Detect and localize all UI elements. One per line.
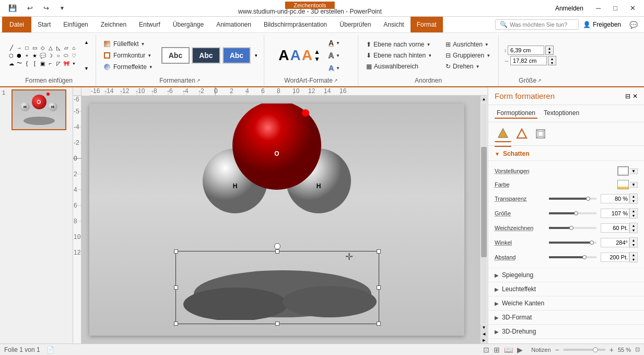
height-spin-down[interactable]: ▼ [546, 50, 553, 54]
winkel-spin-up[interactable]: ▲ [630, 238, 637, 243]
tab-format[interactable]: Format [411, 17, 443, 32]
shape-line[interactable]: ╱ [8, 44, 15, 51]
winkel-spin-down[interactable]: ▼ [630, 243, 637, 247]
groesse-expand-icon[interactable]: ↗ [537, 78, 542, 83]
shape-diamond[interactable]: ◇ [39, 44, 46, 51]
shape-oval[interactable]: ⬭ [63, 52, 70, 59]
shape-rect[interactable]: □ [24, 44, 31, 51]
close-button[interactable]: ✕ [626, 2, 640, 14]
share-button[interactable]: 👤 Freigeben [579, 20, 625, 29]
tab-formoptionen[interactable]: Formoptionen [495, 108, 537, 119]
tab-einfuegen[interactable]: Einfügen [57, 17, 94, 32]
shape-oct[interactable]: ⬢ [16, 52, 23, 59]
slide-thumbnail-1[interactable]: O H H [11, 89, 66, 130]
transparenz-thumb[interactable] [586, 197, 590, 201]
formeffekte-button[interactable]: Formeffekte ▼ [100, 62, 157, 72]
shape-lshape[interactable]: ⌐ [47, 60, 54, 67]
abstand-slider[interactable] [549, 256, 596, 258]
theme-shape-1[interactable]: Abc [161, 47, 190, 64]
shape-ribbon[interactable]: 🎀 [63, 60, 70, 67]
zoom-slider[interactable] [564, 349, 605, 351]
undo-button[interactable]: ↩ [23, 2, 37, 14]
panel-close-button[interactable]: ✕ [633, 93, 638, 100]
tab-entwurf[interactable]: Entwurf [133, 17, 167, 32]
formkontur-button[interactable]: Formkontur ▼ [100, 50, 157, 61]
shape-plus[interactable]: + [24, 52, 31, 59]
zoom-in-button[interactable]: + [610, 346, 614, 354]
abstand-spin-down[interactable]: ▼ [630, 257, 637, 262]
maximize-button[interactable]: □ [609, 2, 622, 14]
text-effects-button[interactable]: A ▼ [325, 62, 344, 74]
transparenz-spin-down[interactable]: ▼ [630, 199, 637, 203]
abstand-input[interactable] [601, 253, 629, 262]
fit-to-window-button[interactable]: ⊡ [635, 346, 640, 353]
presentation-view-button[interactable]: ▶ [517, 346, 523, 354]
drehen-button[interactable]: ↻ Drehen ▼ [442, 61, 494, 72]
spiegelung-section-header[interactable]: ▶ Spiegelung [488, 268, 644, 282]
scroll-up-button[interactable]: ▲ [481, 96, 487, 102]
weichzeichnen-spin-down[interactable]: ▼ [630, 228, 637, 233]
shape-wavy[interactable]: 〜 [16, 60, 23, 67]
drehung3d-section-header[interactable]: ▶ 3D-Drehung [488, 325, 644, 339]
groesse-spin-down[interactable]: ▼ [630, 213, 637, 218]
tab-bildschirm[interactable]: Bildschirmpräsentation [257, 17, 333, 32]
weiche-kanten-section-header[interactable]: ▶ Weiche Kanten [488, 296, 644, 311]
shape-hex[interactable]: ⬡ [8, 52, 15, 59]
shape-rounded-rect[interactable]: ▭ [31, 44, 39, 51]
text-fill-button[interactable]: A ▼ [325, 37, 344, 49]
size-properties-icon-btn[interactable] [532, 125, 549, 142]
groesse-spin-up[interactable]: ▲ [630, 209, 637, 213]
normal-view-button[interactable]: ⊡ [483, 346, 489, 354]
scroll-extra-2[interactable]: ▶ [481, 337, 487, 343]
slide-notes-button[interactable]: 📄 [46, 346, 54, 353]
height-input[interactable] [508, 45, 544, 55]
ausrichten-button[interactable]: ⊞ Ausrichten ▼ [442, 39, 494, 50]
presets-control[interactable] [617, 166, 629, 176]
shape-moon[interactable]: ☽ [47, 52, 54, 59]
tab-start[interactable]: Start [31, 17, 57, 32]
fuelleffekt-button[interactable]: Fülleffekt ▼ [100, 39, 157, 49]
minimize-button[interactable]: ─ [592, 2, 605, 14]
theme-shape-3[interactable]: Abc [223, 47, 251, 64]
redo-button[interactable]: ↪ [39, 2, 53, 14]
theme-shapes-more[interactable]: ▼ [252, 52, 260, 59]
weichzeichnen-thumb[interactable] [569, 226, 573, 230]
wordart-a-orange[interactable]: A [302, 47, 312, 64]
customize-quick-access-button[interactable]: ▼ [55, 3, 69, 13]
shape-snip[interactable]: ◸ [55, 60, 62, 67]
winkel-thumb[interactable] [590, 241, 594, 245]
effects-icon-btn[interactable] [513, 125, 530, 142]
tab-animationen[interactable]: Animationen [210, 17, 257, 32]
wordart-expand-icon[interactable]: ↗ [334, 78, 338, 83]
scroll-down-button[interactable]: ▼ [481, 324, 487, 331]
shape-bracket[interactable]: [ [31, 60, 39, 67]
weichzeichnen-slider[interactable] [549, 227, 596, 229]
shape-frame[interactable]: ▣ [39, 60, 46, 67]
height-spin-up[interactable]: ▲ [546, 46, 553, 50]
winkel-input[interactable] [601, 238, 629, 247]
auswahlbereich-button[interactable]: ▦ Auswahlbereich [362, 61, 436, 72]
formenarten-expand-icon[interactable]: ↗ [196, 78, 201, 83]
ebene-nach-vorne-button[interactable]: ⬆ Ebene nach vorne ▼ [362, 39, 436, 50]
theme-shape-2[interactable]: Abc [192, 47, 220, 64]
abstand-thumb[interactable] [582, 255, 587, 259]
vertical-scrollbar[interactable]: ▲ ▼ ◀ ▶ [480, 96, 487, 343]
wordart-a-black[interactable]: A [278, 47, 289, 64]
tab-textoptionen[interactable]: Textoptionen [542, 108, 581, 119]
shape-callout[interactable]: 💬 [39, 52, 46, 59]
zoom-out-button[interactable]: − [555, 346, 559, 354]
format3d-section-header[interactable]: ▶ 3D-Format [488, 311, 644, 325]
wordart-a-blue[interactable]: A [290, 47, 300, 64]
width-input[interactable] [510, 56, 547, 65]
width-spin-down[interactable]: ▼ [548, 61, 556, 65]
search-input[interactable] [510, 21, 572, 28]
slide-canvas[interactable]: H H O [81, 96, 480, 343]
panel-collapse-button[interactable]: ⊟ [625, 93, 630, 100]
comment-button[interactable]: 💬 [625, 19, 642, 31]
transparenz-input[interactable] [601, 194, 629, 203]
shape-brace[interactable]: { [24, 60, 31, 67]
leuchteffekt-section-header[interactable]: ▶ Leuchteffekt [488, 282, 644, 296]
reading-view-button[interactable]: 📖 [504, 346, 513, 354]
save-button[interactable]: 💾 [4, 2, 21, 14]
ebene-nach-hinten-button[interactable]: ⬇ Ebene nach hinten ▼ [362, 50, 436, 61]
